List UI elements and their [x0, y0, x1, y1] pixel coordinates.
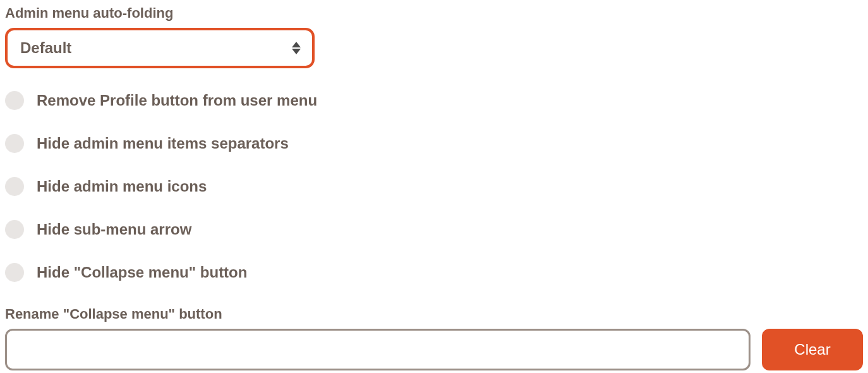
rename-collapse-menu-group: Rename "Collapse menu" button Clear [5, 306, 863, 370]
auto-folding-select-wrapper: Default [5, 28, 315, 68]
rename-label: Rename "Collapse menu" button [5, 306, 863, 322]
checkbox-toggle[interactable] [5, 134, 24, 153]
checkbox-label[interactable]: Hide "Collapse menu" button [37, 264, 247, 281]
checkbox-row-hide-submenu-arrow[interactable]: Hide sub-menu arrow [5, 220, 863, 239]
auto-folding-label: Admin menu auto-folding [5, 5, 863, 21]
checkbox-row-remove-profile[interactable]: Remove Profile button from user menu [5, 91, 863, 110]
checkbox-toggle[interactable] [5, 263, 24, 282]
checkbox-row-hide-icons[interactable]: Hide admin menu icons [5, 177, 863, 196]
checkbox-row-hide-collapse-button[interactable]: Hide "Collapse menu" button [5, 263, 863, 282]
checkbox-toggle[interactable] [5, 91, 24, 110]
rename-input[interactable] [5, 329, 750, 370]
admin-menu-auto-folding-group: Admin menu auto-folding Default [5, 5, 863, 68]
auto-folding-select[interactable]: Default [5, 28, 315, 68]
checkbox-row-hide-separators[interactable]: Hide admin menu items separators [5, 134, 863, 153]
rename-row: Clear [5, 329, 863, 370]
checkbox-label[interactable]: Hide admin menu items separators [37, 135, 289, 152]
checkbox-label[interactable]: Hide sub-menu arrow [37, 221, 191, 238]
checkbox-label[interactable]: Hide admin menu icons [37, 178, 207, 195]
checkbox-toggle[interactable] [5, 220, 24, 239]
checkbox-label[interactable]: Remove Profile button from user menu [37, 92, 317, 109]
clear-button[interactable]: Clear [762, 329, 863, 370]
checkbox-toggle[interactable] [5, 177, 24, 196]
